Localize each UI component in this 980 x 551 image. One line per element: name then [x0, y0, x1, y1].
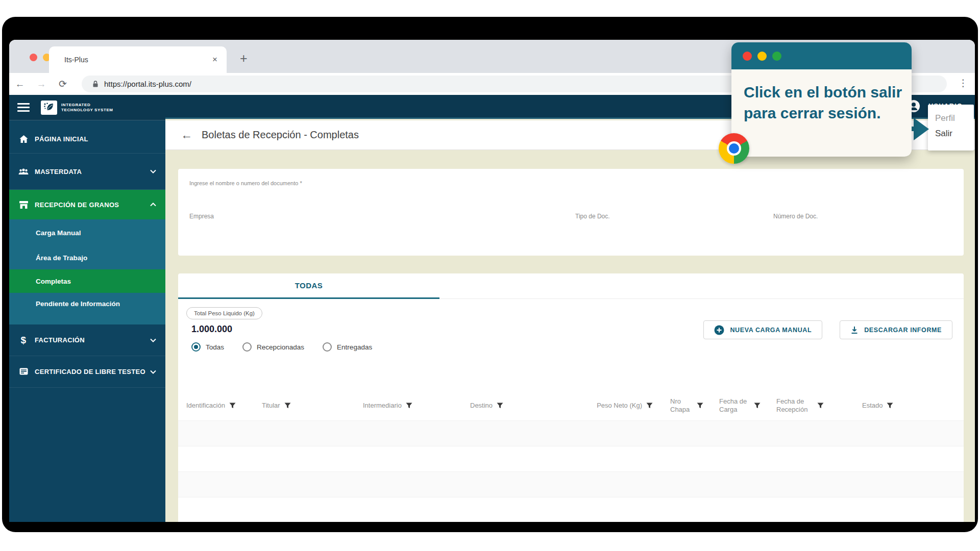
sidebar-item-pagina-inicial[interactable]: PÁGINA INICIAL [9, 124, 165, 154]
radio-unselected-icon [242, 342, 252, 352]
button-label: NUEVA CARGA MANUAL [730, 327, 812, 334]
filter-icon[interactable] [817, 403, 824, 409]
radio-label: Recepcionadas [257, 343, 304, 351]
sidebar-item-facturacion[interactable]: $ FACTURACIÓN [9, 324, 165, 356]
table-row[interactable] [178, 471, 964, 497]
logo-line2: TECHNOLOGY SYSTEM [61, 108, 113, 113]
app-logo: INTEGRATED TECHNOLOGY SYSTEM [41, 101, 113, 115]
tooltip-line1: Click en el botón salir [744, 82, 912, 103]
column-fecha-recepcion: Fecha de Recepción [776, 397, 862, 414]
tooltip-titlebar [731, 42, 912, 69]
yellow-dot-icon [757, 52, 767, 61]
leaf-logo-icon [41, 101, 57, 115]
app-viewport: USUARIO [9, 95, 975, 522]
sidebar-header: INTEGRATED TECHNOLOGY SYSTEM [9, 95, 165, 120]
sidebar-item-label: MASTERDATA [35, 168, 82, 176]
radio-todas[interactable]: Todas [191, 342, 224, 352]
column-titular: Titular [262, 402, 363, 410]
radio-label: Entregadas [337, 343, 372, 351]
button-label: DESCARGAR INFORME [864, 327, 942, 334]
radio-unselected-icon [323, 342, 332, 352]
close-window-button[interactable] [30, 54, 37, 61]
tab-todas[interactable]: TODAS [178, 273, 439, 299]
sidebar-item-label: PÁGINA INICIAL [35, 135, 88, 143]
radio-label: Todas [206, 343, 224, 351]
refresh-icon[interactable]: ⟳ [52, 78, 74, 90]
chevron-down-icon [150, 370, 156, 374]
home-icon [17, 135, 30, 143]
sidebar-subitem-label: Pendiente de Información [36, 300, 120, 308]
page-content: Ingrese el nombre o numero del documento… [165, 150, 975, 522]
column-estado: Estado [862, 402, 955, 410]
page-back-icon[interactable]: ← [181, 128, 192, 142]
table-row[interactable] [178, 497, 964, 522]
filter-icon[interactable] [754, 403, 761, 409]
users-icon [17, 168, 30, 176]
column-identificacion: Identificación [186, 402, 262, 410]
chevron-up-icon [150, 203, 156, 207]
sidebar-item-certificado-libre-testeo[interactable]: CERTIFICADO DE LIBRE TESTEO [9, 356, 165, 388]
radio-entregadas[interactable]: Entregadas [323, 342, 372, 352]
radio-selected-icon [191, 342, 201, 352]
menu-item-perfil[interactable]: Perfil [935, 111, 974, 126]
tab-title: Its-Plus [64, 56, 88, 64]
chrome-logo-icon [719, 133, 749, 164]
column-peso-neto: Peso Neto (Kg) [567, 402, 657, 410]
new-tab-button[interactable]: + [240, 51, 248, 66]
menu-item-salir[interactable]: Salir [935, 126, 974, 141]
browser-tab[interactable]: Its-Plus × [49, 46, 227, 73]
table-header-row: Identificación Titular Intermediario [186, 391, 955, 420]
action-buttons: NUEVA CARGA MANUAL DESCARGAR INFORME [703, 320, 952, 339]
filter-icon[interactable] [284, 403, 291, 409]
user-dropdown-menu: Perfil Salir [928, 105, 974, 151]
annotation-arrow-head [914, 118, 929, 140]
table-row[interactable] [178, 446, 964, 471]
back-icon[interactable]: ← [9, 79, 31, 90]
logo-line1: INTEGRATED [61, 103, 113, 108]
filter-icon[interactable] [697, 403, 703, 409]
empresa-field[interactable]: Empresa [189, 213, 214, 220]
filter-icon[interactable] [646, 403, 653, 409]
sidebar-item-label: CERTIFICADO DE LIBRE TESTEO [35, 368, 145, 375]
sidebar-subitem-pendiente-de-informacion[interactable]: Pendiente de Información [9, 293, 165, 324]
table-body [178, 420, 964, 522]
document-search-field[interactable]: Ingrese el nombre o numero del documento… [189, 180, 302, 186]
table-row[interactable] [178, 420, 964, 446]
column-nro-chapa: Nro Chapa [670, 397, 719, 414]
filter-icon[interactable] [229, 403, 236, 409]
tab-close-icon[interactable]: × [212, 55, 217, 65]
lock-icon [92, 80, 99, 88]
tooltip-window-dots [743, 52, 781, 61]
sidebar-subitem-area-de-trabajo[interactable]: Área de Trabajo [9, 246, 165, 269]
sidebar-submenu: Carga Manual Área de Trabajo Completas P… [9, 219, 165, 324]
results-tabbar: TODAS [178, 273, 964, 299]
green-dot-icon [772, 52, 781, 61]
filter-icon[interactable] [406, 403, 412, 409]
sidebar-item-recepcion-de-granos[interactable]: RECEPCIÓN DE GRANOS [9, 190, 165, 219]
sidebar-item-label: RECEPCIÓN DE GRANOS [35, 201, 119, 209]
forward-icon[interactable]: → [31, 79, 52, 90]
sidebar-subitem-carga-manual[interactable]: Carga Manual [9, 219, 165, 246]
radio-recepcionadas[interactable]: Recepcionadas [242, 342, 304, 352]
sidebar: INTEGRATED TECHNOLOGY SYSTEM PÁGINA INIC… [9, 95, 165, 522]
tipo-doc-field[interactable]: Tipo de Doc. [575, 213, 610, 220]
sidebar-item-label: FACTURACIÓN [35, 336, 85, 344]
filter-radio-group: Todas Recepcionadas Entregadas [191, 342, 964, 352]
nueva-carga-manual-button[interactable]: NUEVA CARGA MANUAL [703, 320, 822, 339]
sidebar-subitem-label: Carga Manual [36, 229, 81, 237]
sidebar-subitem-completas[interactable]: Completas [9, 269, 165, 293]
column-fecha-carga: Fecha de Carga [719, 397, 776, 414]
tooltip-line2: para cerrar sesión. [744, 103, 912, 123]
descargar-informe-button[interactable]: DESCARGAR INFORME [840, 320, 952, 339]
numero-doc-field[interactable]: Número de Doc. [773, 213, 818, 220]
document-icon [17, 368, 30, 375]
sidebar-item-masterdata[interactable]: MASTERDATA [9, 154, 165, 190]
filter-icon[interactable] [887, 403, 893, 409]
sidebar-subitem-label: Completas [36, 278, 71, 285]
page-title: Boletas de Recepción - Completas [202, 129, 359, 141]
chevron-down-icon [150, 338, 156, 342]
hamburger-menu-icon[interactable] [17, 103, 30, 112]
filter-icon[interactable] [497, 403, 503, 409]
browser-menu-icon[interactable]: ⋮ [957, 77, 970, 89]
download-icon [850, 326, 859, 334]
